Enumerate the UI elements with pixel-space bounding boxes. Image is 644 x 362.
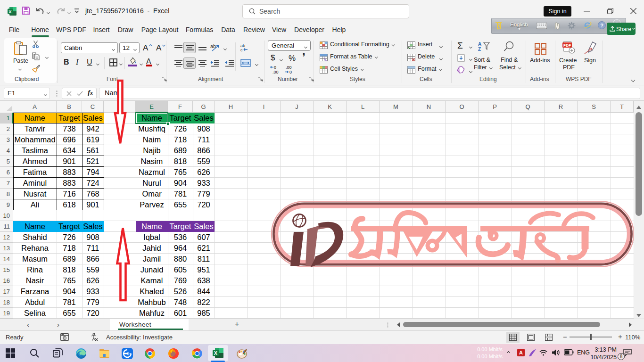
- svg-text:Z: Z: [478, 47, 481, 52]
- svg-text:0: 0: [274, 65, 276, 70]
- svg-text:A: A: [478, 41, 481, 47]
- svg-text:.00: .00: [272, 70, 279, 74]
- svg-text:.00: .00: [286, 65, 292, 70]
- svg-text:PDF: PDF: [563, 43, 571, 48]
- svg-text:0: 0: [289, 70, 292, 74]
- svg-text:X: X: [8, 9, 12, 14]
- svg-text:c: c: [240, 48, 243, 52]
- svg-text:X: X: [214, 350, 218, 356]
